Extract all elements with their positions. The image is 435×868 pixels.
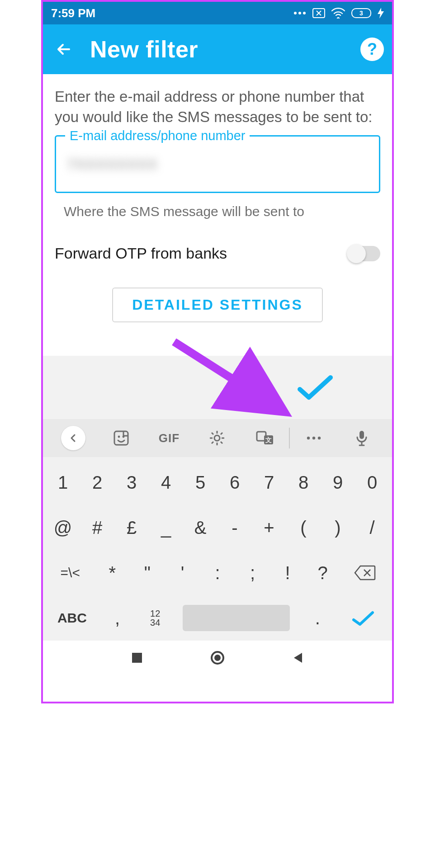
- status-bar: 7:59 PM 3: [43, 2, 392, 24]
- key-7[interactable]: 7: [252, 460, 286, 505]
- key-![interactable]: !: [270, 550, 305, 595]
- translate-icon[interactable]: 文: [241, 430, 289, 446]
- confirm-check-icon[interactable]: [297, 374, 333, 401]
- key-.[interactable]: .: [299, 595, 337, 641]
- key-1[interactable]: 1: [46, 460, 80, 505]
- key-"[interactable]: ": [130, 550, 165, 595]
- key-2[interactable]: 2: [80, 460, 114, 505]
- svg-point-11: [307, 437, 310, 439]
- keyboard-top-bar: GIF 文: [43, 419, 392, 457]
- svg-point-1: [298, 12, 301, 14]
- system-nav-bar: [43, 641, 392, 677]
- key-6[interactable]: 6: [218, 460, 252, 505]
- key-)[interactable]: ): [321, 505, 355, 550]
- wifi-icon: [331, 8, 345, 19]
- no-sim-icon: [312, 8, 325, 18]
- key-'[interactable]: ': [165, 550, 200, 595]
- forward-otp-toggle[interactable]: [348, 246, 380, 261]
- key-5[interactable]: 5: [183, 460, 218, 505]
- forward-otp-label: Forward OTP from banks: [55, 245, 227, 262]
- backspace-key[interactable]: [340, 550, 389, 595]
- svg-point-7: [214, 435, 220, 441]
- gif-icon[interactable]: GIF: [145, 431, 193, 445]
- collapse-suggestions-icon[interactable]: [61, 426, 85, 450]
- key-#[interactable]: #: [80, 505, 114, 550]
- svg-point-6: [123, 436, 125, 438]
- numpad-key[interactable]: 1234: [136, 595, 174, 641]
- svg-text:文: 文: [265, 436, 272, 443]
- key-9[interactable]: 9: [321, 460, 355, 505]
- key-8[interactable]: 8: [286, 460, 321, 505]
- charging-icon: [378, 8, 384, 19]
- help-button[interactable]: ?: [360, 38, 384, 61]
- enter-key[interactable]: [336, 595, 389, 641]
- svg-rect-14: [359, 431, 364, 439]
- page-title: New filter: [76, 36, 360, 63]
- svg-point-2: [303, 12, 306, 14]
- confirm-strip: [43, 356, 392, 419]
- key-4[interactable]: 4: [149, 460, 183, 505]
- gear-icon[interactable]: [193, 430, 241, 446]
- keyboard: 1234567890 @#£_&-+()/ =\<*"':;!? ABC,123…: [43, 457, 392, 641]
- svg-point-13: [318, 437, 321, 439]
- back-nav-button[interactable]: [291, 651, 305, 666]
- key-*[interactable]: *: [95, 550, 130, 595]
- key-;[interactable]: ;: [235, 550, 270, 595]
- home-button[interactable]: [209, 650, 226, 668]
- key-:[interactable]: :: [200, 550, 235, 595]
- key-£[interactable]: £: [114, 505, 149, 550]
- key-,[interactable]: ,: [99, 595, 137, 641]
- key-+[interactable]: +: [252, 505, 286, 550]
- svg-point-0: [294, 12, 297, 14]
- svg-rect-15: [132, 653, 142, 663]
- key--[interactable]: -: [218, 505, 252, 550]
- back-button[interactable]: [51, 40, 76, 58]
- key-@[interactable]: @: [46, 505, 80, 550]
- recipient-input[interactable]: [56, 137, 379, 192]
- key-_[interactable]: _: [149, 505, 183, 550]
- svg-point-17: [214, 655, 221, 661]
- key-?[interactable]: ?: [305, 550, 340, 595]
- key-&[interactable]: &: [183, 505, 218, 550]
- key-=\<[interactable]: =\<: [46, 550, 95, 595]
- status-time: 7:59 PM: [51, 6, 95, 20]
- more-dots-icon: [293, 11, 306, 15]
- sticker-icon[interactable]: [97, 430, 145, 446]
- space-key[interactable]: [174, 595, 299, 641]
- detailed-settings-button[interactable]: DETAILED SETTINGS: [112, 288, 323, 322]
- key-([interactable]: (: [286, 505, 321, 550]
- key-/[interactable]: /: [355, 505, 389, 550]
- instruction-text: Enter the e-mail address or phone number…: [55, 87, 380, 127]
- svg-point-5: [118, 436, 120, 438]
- more-icon[interactable]: [290, 436, 338, 440]
- key-3[interactable]: 3: [114, 460, 149, 505]
- svg-point-12: [312, 437, 315, 439]
- mic-icon[interactable]: [338, 430, 386, 446]
- svg-rect-4: [114, 431, 128, 445]
- battery-icon: 3: [351, 8, 371, 18]
- key-0[interactable]: 0: [355, 460, 389, 505]
- key-ABC[interactable]: ABC: [46, 595, 99, 641]
- app-bar: New filter ?: [43, 24, 392, 74]
- recipient-helper: Where the SMS message will be sent to: [64, 204, 380, 219]
- recent-apps-button[interactable]: [130, 651, 144, 666]
- recipient-field[interactable]: E-mail address/phone number: [55, 135, 380, 193]
